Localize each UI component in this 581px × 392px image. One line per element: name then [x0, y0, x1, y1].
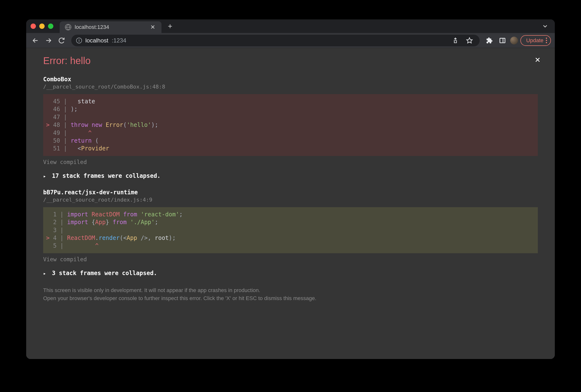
url-port: :1234	[112, 37, 126, 44]
extensions-icon[interactable]	[484, 35, 495, 46]
update-label: Update	[526, 37, 544, 44]
stack-frame: ComboBox /__parcel_source_root/ComboBox.…	[43, 76, 538, 179]
code-snippet: 1 | import ReactDOM from 'react-dom'; 2 …	[43, 207, 538, 253]
minimize-window-button[interactable]	[39, 24, 45, 29]
close-tab-button[interactable]: ✕	[149, 24, 156, 30]
back-button[interactable]	[30, 35, 41, 46]
code-snippet: 45 | state 46 | ); 47 | > 48 | throw new…	[43, 94, 538, 156]
globe-icon	[65, 24, 71, 30]
error-title: Error: hello	[43, 55, 538, 66]
footer-line: Open your browser's developer console to…	[43, 294, 538, 302]
svg-marker-2	[467, 38, 472, 43]
new-tab-button[interactable]: +	[165, 22, 175, 31]
close-overlay-button[interactable]: ✕	[535, 54, 540, 64]
url-host: localhost	[85, 37, 108, 44]
address-bar[interactable]: i localhost:1234	[71, 35, 480, 46]
frame-location: /__parcel_source_root/index.js:4:9	[43, 197, 538, 203]
sidepanel-icon[interactable]	[497, 35, 508, 46]
overlay-footer: This screen is visible only in developme…	[43, 286, 538, 302]
site-info-icon[interactable]: i	[76, 38, 82, 44]
toolbar-actions: Update	[484, 35, 551, 46]
tabs-dropdown-button[interactable]	[540, 21, 551, 32]
browser-toolbar: i localhost:1234 Update	[26, 33, 555, 48]
profile-avatar[interactable]	[510, 37, 518, 44]
error-overlay: ✕ Error: hello ComboBox /__parcel_source…	[26, 48, 555, 359]
collapsed-frames-toggle[interactable]: 17 stack frames were collapsed.	[43, 172, 538, 179]
window-controls	[30, 24, 53, 29]
svg-rect-3	[500, 38, 505, 43]
browser-tab[interactable]: localhost:1234 ✕	[60, 21, 161, 33]
forward-button[interactable]	[43, 35, 54, 46]
collapsed-frames-toggle[interactable]: 3 stack frames were collapsed.	[43, 270, 538, 276]
close-window-button[interactable]	[30, 24, 36, 29]
browser-window: localhost:1234 ✕ + i localhost:1234	[26, 20, 555, 359]
update-button[interactable]: Update	[520, 35, 551, 46]
reload-button[interactable]	[56, 35, 67, 46]
bookmark-icon[interactable]	[464, 35, 475, 46]
frame-location: /__parcel_source_root/ComboBox.js:48:8	[43, 84, 538, 90]
maximize-window-button[interactable]	[48, 24, 53, 29]
footer-line: This screen is visible only in developme…	[43, 286, 538, 294]
more-menu-icon	[546, 38, 547, 43]
view-compiled-link[interactable]: View compiled	[43, 159, 538, 165]
tab-strip: localhost:1234 ✕ +	[26, 20, 555, 33]
view-compiled-link[interactable]: View compiled	[43, 256, 538, 262]
share-icon[interactable]	[450, 35, 461, 46]
frame-function: bB7Pu.react/jsx-dev-runtime	[43, 189, 538, 196]
frame-function: ComboBox	[43, 76, 538, 83]
tab-title: localhost:1234	[75, 24, 146, 30]
stack-frame: bB7Pu.react/jsx-dev-runtime /__parcel_so…	[43, 189, 538, 276]
